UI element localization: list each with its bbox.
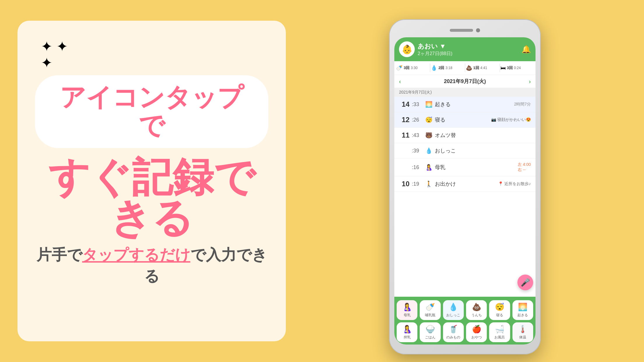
diaper-wet-icon: 💧 [431, 65, 437, 71]
left-panel: ✦ ✦✦ アイコンタップ で すぐ記録できる 片手でタップするだけで入力できる [18, 21, 286, 341]
avatar: 👶 [399, 41, 415, 57]
phone-speaker [450, 29, 473, 32]
event-label-outing: お出かけ [435, 180, 496, 187]
stat-divider-3 [500, 64, 500, 72]
headline-text: アイコンタップ で [55, 83, 248, 140]
sleep-count: 3回 [507, 65, 513, 71]
bath-label: お風呂 [494, 335, 505, 340]
event-hour-diaper: 11 [399, 131, 410, 139]
phone-notch [394, 24, 536, 36]
stat-diaper-wet[interactable]: 💧 2回 3:18 [431, 65, 464, 71]
event-min-outing: :19 [412, 181, 423, 187]
wake-icon: 🌅 [518, 303, 527, 312]
icon-temp[interactable]: 🌡️ 体温 [512, 322, 533, 342]
event-icon-diaper: 🐻 [425, 132, 433, 139]
event-note-sleep: 📷 寝顔がかわいい😍 [491, 117, 531, 122]
feeding-time: 3:30 [411, 66, 417, 70]
diaper-wet-count: 2回 [438, 65, 444, 71]
stats-bar: 🍼 3回 3:30 💧 2回 3:18 💩 1回 4:41 [394, 61, 536, 75]
timeline-item-milk[interactable]: 11 :16 🤱 母乳 左 4:00右 -- [394, 159, 536, 176]
event-hour-milk: 11 [399, 163, 410, 171]
icon-bottle[interactable]: 🍼 哺乳瓶 [420, 300, 440, 320]
icon-pump[interactable]: 🤱 搾乳 [397, 322, 417, 342]
voice-record-button[interactable]: 🎤 [517, 275, 533, 290]
stat-divider-1 [430, 64, 430, 72]
bell-icon[interactable]: 🔔 [522, 45, 531, 54]
timeline-item-pee[interactable]: 11 :39 💧 おしっこ [394, 143, 536, 159]
event-min-pee: :39 [412, 148, 423, 154]
main-background: ✦ ✦✦ アイコンタップ で すぐ記録できる 片手でタップするだけで入力できる … [0, 0, 644, 362]
current-date: 2021年9月7日(火) [444, 78, 486, 85]
poop-icon: 💩 [472, 303, 481, 312]
icon-breastfeeding[interactable]: 🤱 母乳 [397, 300, 417, 320]
subtitle-part1: 片手で [36, 246, 82, 263]
icon-pee[interactable]: 💧 おしっこ [443, 300, 464, 320]
event-hour: 14 [399, 100, 410, 108]
event-min: :33 [412, 101, 423, 108]
phone-camera [476, 28, 480, 32]
sleep2-icon: 😴 [495, 303, 504, 312]
event-duration-wake: 2時間7分 [514, 102, 531, 107]
poop-label: うんち [471, 313, 482, 318]
icon-snack[interactable]: 🍎 おやつ [466, 322, 487, 342]
icon-meal[interactable]: 🍚 ごはん [420, 322, 440, 342]
event-min-milk: :16 [412, 164, 423, 171]
feeding-icon: 🍼 [396, 65, 402, 71]
diaper-poop-icon: 💩 [466, 65, 472, 71]
event-label-pee: おしっこ [435, 147, 531, 154]
event-note-outing: 📍 近所をお散歩♪ [498, 181, 531, 187]
meal-icon: 🍚 [426, 325, 435, 334]
sleep-icon: 🛏 [501, 65, 506, 71]
next-date-button[interactable]: › [529, 78, 531, 85]
icon-wake[interactable]: 🌅 起きる [512, 300, 533, 320]
icon-grid: 🤱 母乳 🍼 哺乳瓶 💧 おしっこ 💩 うんち [394, 297, 536, 345]
event-icon-sleep: 😴 [425, 116, 433, 123]
event-min-sleep: :26 [412, 117, 423, 123]
diaper-poop-time: 4:41 [480, 66, 487, 70]
icon-drink[interactable]: 🥤 のみもの [443, 322, 464, 342]
phone-screen: 👶 あおい ▼ 2ヶ月27日(88日) 🔔 🍼 3回 3:30 [394, 37, 536, 345]
diaper-poop-count: 1回 [473, 65, 479, 71]
bottle-label: 哺乳瓶 [425, 313, 435, 318]
stat-divider-2 [465, 64, 465, 72]
meal-label: ごはん [425, 335, 435, 340]
breastfeeding-icon: 🤱 [402, 303, 412, 312]
pump-icon: 🤱 [402, 325, 412, 334]
sleep-time: 0:24 [514, 66, 521, 70]
phone-device: 👶 あおい ▼ 2ヶ月27日(88日) 🔔 🍼 3回 3:30 [389, 19, 541, 354]
event-label-sleep: 寝る [435, 116, 489, 123]
stat-sleep[interactable]: 🛏 3回 0:24 [501, 65, 534, 71]
baby-age: 2ヶ月27日(88日) [418, 51, 519, 57]
event-icon-wake: 🌅 [425, 101, 433, 108]
event-label-milk: 母乳 [435, 164, 515, 171]
subtitle: 片手でタップするだけで入力できる [35, 244, 268, 287]
timeline-section: 2021年9月7日(火) 14 :33 🌅 起きる 2時間7分 12 :26 😴… [394, 88, 536, 297]
avatar-emoji: 👶 [402, 44, 412, 55]
event-label-diaper: オムツ替 [435, 132, 531, 139]
timeline-item-wake[interactable]: 14 :33 🌅 起きる 2時間7分 [394, 97, 536, 112]
timeline-item-sleep[interactable]: 12 :26 😴 寝る 📷 寝顔がかわいい😍 [394, 112, 536, 128]
event-milk-detail: 左 4:00右 -- [518, 162, 531, 173]
baby-name[interactable]: あおい ▼ [418, 42, 519, 51]
stat-diaper-poop[interactable]: 💩 1回 4:41 [466, 65, 499, 71]
timeline-item-outing[interactable]: 10 :19 🚶 お出かけ 📍 近所をお散歩♪ [394, 176, 536, 192]
bubble-container: アイコンタップ で [35, 75, 268, 148]
icon-sleep[interactable]: 😴 寝る [489, 300, 510, 320]
right-panel: 👶 あおい ▼ 2ヶ月27日(88日) 🔔 🍼 3回 3:30 [286, 0, 644, 362]
timeline-item-diaper[interactable]: 11 :43 🐻 オムツ替 [394, 128, 536, 143]
bottle-icon: 🍼 [426, 303, 435, 312]
event-hour-outing: 10 [399, 180, 410, 188]
event-min-diaper: :43 [412, 132, 423, 138]
sleep2-label: 寝る [496, 313, 503, 318]
icon-bath[interactable]: 🛁 お風呂 [489, 322, 510, 342]
stat-feeding[interactable]: 🍼 3回 3:30 [396, 65, 429, 71]
icon-poop[interactable]: 💩 うんち [466, 300, 487, 320]
date-navigation: ‹ 2021年9月7日(火) › [394, 75, 536, 88]
prev-date-button[interactable]: ‹ [399, 78, 401, 85]
temp-label: 体温 [519, 335, 526, 340]
snack-icon: 🍎 [472, 325, 481, 334]
feeding-count: 3回 [404, 65, 410, 71]
diaper-wet-time: 3:18 [445, 66, 452, 70]
subtitle-highlight: タップするだけ [82, 246, 190, 263]
pee-label: おしっこ [446, 313, 460, 318]
